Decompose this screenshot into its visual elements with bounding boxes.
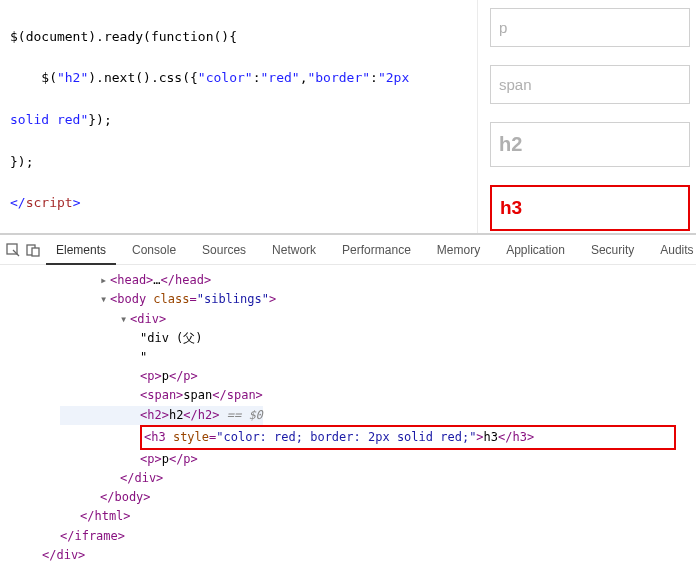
tab-sources[interactable]: Sources — [192, 235, 256, 265]
preview-p: p — [490, 8, 690, 47]
dom-iframe-close[interactable]: </iframe> — [60, 529, 125, 543]
dom-outer-div-close[interactable]: </div> — [42, 548, 85, 562]
dom-div-close[interactable]: </div> — [120, 471, 163, 485]
dom-text[interactable]: "div (父) — [140, 331, 203, 345]
dom-h2-selected[interactable]: <h2>h2</h2> == $0 — [60, 406, 263, 425]
source-code-pane: $(document).ready(function(){ $("h2").ne… — [0, 0, 478, 233]
dom-p2[interactable]: <p> — [140, 452, 162, 466]
code-text: }); — [10, 154, 33, 169]
preview-h3: h3 — [490, 185, 690, 231]
dom-div[interactable]: <div> — [130, 312, 166, 326]
devtools-tabbar: Elements Console Sources Network Perform… — [0, 235, 696, 265]
code-tag: > — [73, 195, 81, 210]
dom-span[interactable]: <span> — [140, 388, 183, 402]
tab-memory[interactable]: Memory — [427, 235, 490, 265]
tab-network[interactable]: Network — [262, 235, 326, 265]
svg-rect-2 — [32, 248, 39, 256]
devtools-panel: Elements Console Sources Network Perform… — [0, 233, 696, 571]
code-text: ).next().css({ — [88, 70, 198, 85]
code-tag: </ — [10, 195, 26, 210]
dom-p[interactable]: <p> — [140, 369, 162, 383]
dom-html-close[interactable]: </html> — [80, 509, 131, 523]
code-string: "border" — [307, 70, 370, 85]
preview-h2: h2 — [490, 122, 690, 167]
code-string: "color" — [198, 70, 253, 85]
inspect-icon[interactable] — [6, 242, 20, 258]
code-text: $( — [10, 70, 57, 85]
code-text: $(document).ready(function(){ — [10, 29, 237, 44]
preview-span: span — [490, 65, 690, 104]
code-string: "red" — [260, 70, 299, 85]
dom-body[interactable]: <body — [110, 292, 153, 306]
tab-performance[interactable]: Performance — [332, 235, 421, 265]
dom-text[interactable]: " — [140, 350, 147, 364]
code-tag: script — [26, 195, 73, 210]
code-text: : — [370, 70, 378, 85]
tab-application[interactable]: Application — [496, 235, 575, 265]
tab-security[interactable]: Security — [581, 235, 644, 265]
dom-tree[interactable]: ▸<head>…</head> ▾<body class="siblings">… — [0, 265, 696, 571]
dom-head[interactable]: <head> — [110, 273, 153, 287]
code-string: "h2" — [57, 70, 88, 85]
code-string: solid red" — [10, 112, 88, 127]
code-string: "2px — [378, 70, 417, 85]
tab-elements[interactable]: Elements — [46, 235, 116, 265]
dom-h3-highlighted[interactable]: <h3 style="color: red; border: 2px solid… — [140, 425, 676, 450]
code-text: }); — [88, 112, 111, 127]
tab-console[interactable]: Console — [122, 235, 186, 265]
dom-body-close[interactable]: </body> — [100, 490, 151, 504]
device-toggle-icon[interactable] — [26, 242, 40, 258]
tab-audits[interactable]: Audits — [650, 235, 696, 265]
preview-pane: p span h2 h3 p — [478, 0, 696, 233]
